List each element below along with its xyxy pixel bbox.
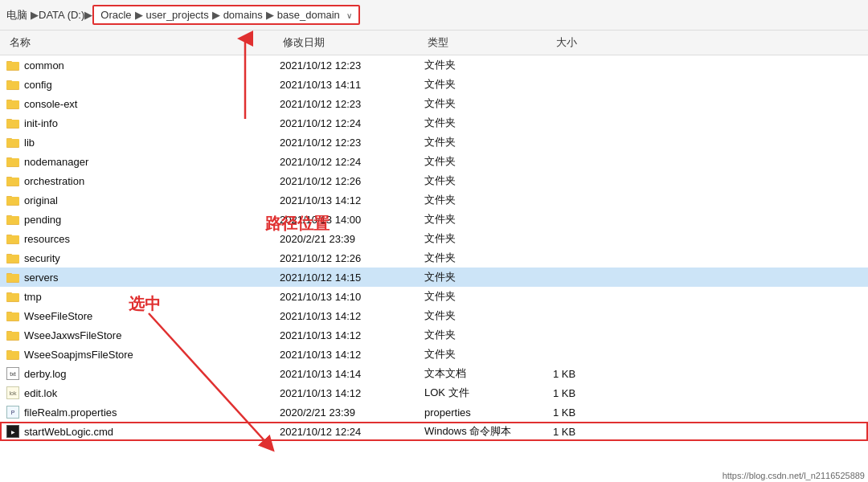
breadcrumb-domains[interactable]: domains — [223, 9, 263, 21]
file-type: 文件夹 — [424, 212, 553, 227]
file-date: 2020/2/21 23:39 — [280, 406, 424, 419]
file-date: 2021/10/13 14:12 — [280, 194, 424, 206]
file-name-cell: WseeFileStore — [6, 310, 280, 322]
file-name-cell: lok edit.lok — [6, 386, 280, 399]
drive-label[interactable]: DATA (D:) — [39, 9, 84, 21]
folder-icon — [6, 291, 19, 302]
file-date: 2021/10/12 12:23 — [280, 59, 424, 71]
table-row[interactable]: nodemanager 2021/10/12 12:24 文件夹 — [0, 152, 868, 171]
svg-rect-17 — [6, 158, 19, 166]
file-type: 文件夹 — [424, 58, 553, 72]
file-date: 2021/10/12 12:26 — [280, 252, 424, 264]
file-name-cell: tmp — [6, 291, 280, 303]
file-list: common 2021/10/12 12:23 文件夹 config 2021/… — [0, 55, 868, 482]
table-row[interactable]: P fileRealm.properties 2020/2/21 23:39 p… — [0, 402, 868, 422]
breadcrumb-caret[interactable]: ∨ — [343, 11, 352, 20]
col-name[interactable]: 名称 — [6, 34, 280, 51]
svg-rect-14 — [6, 139, 19, 147]
file-name: servers — [24, 272, 59, 284]
table-row[interactable]: WseeJaxwsFileStore 2021/10/13 14:12 文件夹 — [0, 325, 868, 345]
file-size: 1 KB — [553, 368, 633, 380]
file-name: lib — [24, 137, 35, 149]
file-type: 文件夹 — [424, 308, 553, 323]
address-bar: 电脑 ▶ DATA (D:) ▶ Oracle ▶ user_projects … — [0, 0, 868, 31]
file-type: 文件夹 — [424, 96, 553, 111]
file-type: 文件夹 — [424, 154, 553, 169]
folder-icon — [6, 233, 19, 244]
file-name: config — [24, 79, 52, 91]
table-row[interactable]: txt derby.log 2021/10/13 14:14 文本文档 1 KB — [0, 364, 868, 383]
breadcrumb-user-projects[interactable]: user_projects — [146, 9, 209, 21]
svg-rect-44 — [6, 332, 19, 340]
table-row[interactable]: config 2021/10/13 14:11 文件夹 — [0, 75, 868, 94]
folder-icon — [6, 117, 19, 129]
table-row[interactable]: pending 2021/10/13 14:00 文件夹 — [0, 210, 868, 229]
sep1: ▶ — [31, 9, 39, 21]
table-row[interactable]: original 2021/10/13 14:12 文件夹 — [0, 190, 868, 210]
table-row[interactable]: common 2021/10/12 12:23 文件夹 — [0, 55, 868, 75]
breadcrumb-base-domain[interactable]: base_domain — [277, 9, 340, 21]
table-row[interactable]: servers 2021/10/12 14:15 文件夹 — [0, 268, 868, 287]
table-row[interactable]: ▶ startWebLogic.cmd 2021/10/12 12:24 Win… — [0, 422, 868, 441]
table-row[interactable]: tmp 2021/10/13 14:10 文件夹 — [0, 287, 868, 306]
file-date: 2020/2/21 23:39 — [280, 233, 424, 245]
table-row[interactable]: WseeFileStore 2021/10/13 14:12 文件夹 — [0, 306, 868, 325]
file-date: 2021/10/13 14:11 — [280, 79, 424, 91]
file-name-cell: WseeJaxwsFileStore — [6, 329, 280, 341]
file-name: common — [24, 59, 64, 71]
breadcrumb-path[interactable]: Oracle ▶ user_projects ▶ domains ▶ base_… — [92, 5, 360, 25]
folder-icon — [6, 252, 19, 263]
svg-rect-41 — [6, 312, 19, 321]
file-name-cell: lib — [6, 137, 280, 149]
table-row[interactable]: init-info 2021/10/12 12:24 文件夹 — [0, 113, 868, 133]
file-date: 2021/10/12 12:23 — [280, 98, 424, 110]
lok-icon: lok — [6, 386, 19, 399]
svg-rect-38 — [6, 293, 19, 301]
file-name-cell: servers — [6, 272, 280, 284]
file-name: orchestration — [24, 175, 84, 187]
breadcrumb-oracle[interactable]: Oracle — [100, 9, 131, 21]
file-name-cell: console-ext — [6, 98, 280, 110]
table-row[interactable]: lib 2021/10/12 12:23 文件夹 — [0, 133, 868, 152]
file-size: 1 KB — [553, 406, 633, 419]
file-date: 2021/10/13 14:12 — [280, 349, 424, 361]
file-date: 2021/10/12 12:24 — [280, 426, 424, 438]
column-headers: 名称 修改日期 类型 大小 — [0, 31, 868, 55]
col-size[interactable]: 大小 — [553, 34, 633, 51]
table-row[interactable]: WseeSoapjmsFileStore 2021/10/13 14:12 文件… — [0, 345, 868, 364]
file-date: 2021/10/13 14:12 — [280, 329, 424, 341]
file-name: nodemanager — [24, 156, 88, 168]
file-date: 2021/10/12 12:24 — [280, 156, 424, 168]
svg-rect-23 — [6, 197, 19, 205]
folder-icon — [6, 175, 19, 186]
file-type: LOK 文件 — [424, 386, 553, 400]
table-row[interactable]: security 2021/10/12 12:26 文件夹 — [0, 248, 868, 268]
table-row[interactable]: resources 2020/2/21 23:39 文件夹 — [0, 229, 868, 248]
pc-label: 电脑 — [6, 8, 27, 22]
file-type: 文件夹 — [424, 135, 553, 149]
file-type: 文件夹 — [424, 174, 553, 188]
col-type[interactable]: 类型 — [424, 34, 553, 51]
file-name-cell: P fileRealm.properties — [6, 406, 280, 419]
file-type: 文件夹 — [424, 231, 553, 246]
file-name-cell: init-info — [6, 117, 280, 129]
file-name: WseeJaxwsFileStore — [24, 329, 121, 341]
table-row[interactable]: lok edit.lok 2021/10/13 14:12 LOK 文件 1 K… — [0, 383, 868, 402]
table-row[interactable]: orchestration 2021/10/12 12:26 文件夹 — [0, 171, 868, 190]
folder-icon — [6, 214, 19, 225]
folder-icon — [6, 156, 19, 167]
file-name: WseeFileStore — [24, 310, 92, 322]
file-type: properties — [424, 406, 553, 419]
file-date: 2021/10/12 12:24 — [280, 117, 424, 129]
file-date: 2021/10/13 14:10 — [280, 291, 424, 303]
table-row[interactable]: console-ext 2021/10/12 12:23 文件夹 — [0, 94, 868, 113]
file-name-cell: security — [6, 252, 280, 264]
col-modified[interactable]: 修改日期 — [280, 34, 424, 51]
file-date: 2021/10/13 14:14 — [280, 368, 424, 380]
cmd-icon: ▶ — [6, 425, 19, 438]
file-name: tmp — [24, 291, 42, 303]
svg-rect-29 — [6, 235, 19, 243]
file-name: startWebLogic.cmd — [24, 426, 113, 438]
file-date: 2021/10/13 14:12 — [280, 310, 424, 322]
file-type: Windows 命令脚本 — [424, 424, 553, 439]
